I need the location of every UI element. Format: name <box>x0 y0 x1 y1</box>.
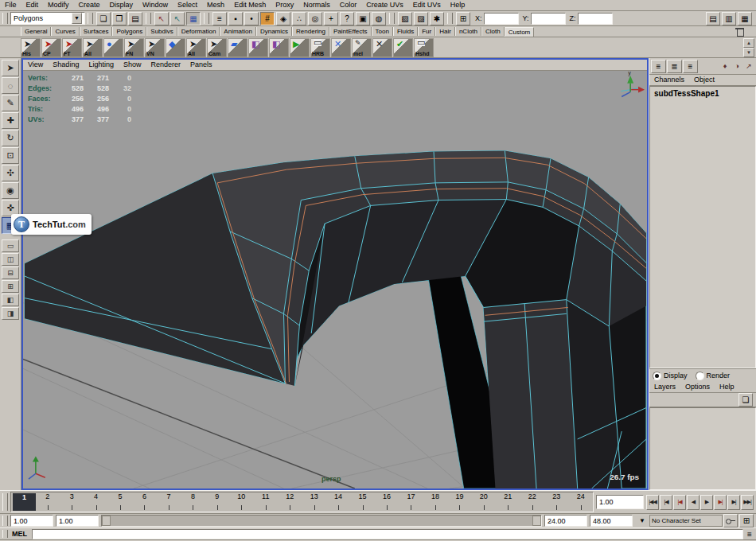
shelf-vn-icon[interactable]: ➤ VN <box>145 38 165 57</box>
frame-cell[interactable]: 3 <box>60 492 84 512</box>
frame-cell[interactable]: 16 <box>375 492 399 512</box>
shelf-tab[interactable]: Animation <box>220 27 256 36</box>
scale-tool-icon[interactable]: ⊡ <box>2 147 19 164</box>
status-grip[interactable] <box>2 13 8 24</box>
input-field-menu-icon[interactable]: ⊞ <box>456 12 470 25</box>
step-forward-frame-button[interactable]: ▶| <box>727 495 740 510</box>
move-tool-icon[interactable]: ✚ <box>2 112 19 129</box>
step-back-key-button[interactable]: |◀ <box>673 495 686 510</box>
commandline-grip[interactable] <box>2 530 8 539</box>
lasso-select-tool-icon[interactable]: ◌ <box>2 77 19 94</box>
toggle-attribute-editor-icon[interactable]: ▤ <box>706 12 720 25</box>
menu-item[interactable]: Select <box>173 0 202 10</box>
paint-select-tool-icon[interactable]: ✎ <box>2 95 19 111</box>
menu-item[interactable]: Help <box>446 0 470 10</box>
go-to-end-button[interactable]: ▶▶| <box>741 495 754 510</box>
mel-input[interactable] <box>32 529 743 539</box>
menu-item[interactable]: Modify <box>43 0 74 10</box>
menu-item[interactable]: Edit Mesh <box>229 0 271 10</box>
go-to-start-button[interactable]: |◀◀ <box>646 495 659 510</box>
highlight-selection-icon[interactable]: ◍ <box>372 12 386 25</box>
shelf-cam-icon[interactable]: ➤ Cam <box>207 38 227 57</box>
shelf-tab[interactable]: Rendering <box>292 27 329 36</box>
panel-menu-item[interactable]: Panels <box>185 60 217 70</box>
shelf-scroll-up-icon[interactable]: ▲ <box>743 38 754 48</box>
frame-cell[interactable]: 13 <box>302 492 325 512</box>
channelbox-manip-icon[interactable]: ♦ <box>719 61 731 72</box>
frame-cell[interactable]: 22 <box>520 492 544 512</box>
shelf-tab[interactable]: Dynamics <box>256 27 292 36</box>
frame-cell[interactable]: 9 <box>205 492 229 512</box>
new-layer-icon[interactable]: ❏ <box>738 393 753 407</box>
select-component-icon[interactable]: ▦ <box>186 12 201 25</box>
trash-icon[interactable] <box>735 27 745 37</box>
channelbox-speed-icon[interactable]: ◑ <box>731 61 742 72</box>
channelbox-list-icon[interactable]: ≡ <box>651 60 666 73</box>
frame-cell[interactable]: 19 <box>447 492 471 512</box>
shelf-all2-icon[interactable]: ➤ All <box>186 38 206 57</box>
shelf-scroll-down-icon[interactable]: ▼ <box>743 48 754 57</box>
status-grip[interactable] <box>447 13 453 24</box>
mask-all-icon[interactable]: ▪ <box>228 12 243 25</box>
shelf-fn-icon[interactable]: ➤ FN <box>124 38 144 57</box>
shelf-tab[interactable]: Fur <box>418 27 435 36</box>
frame-cell[interactable]: 18 <box>423 492 447 512</box>
snap-point-icon[interactable]: ∴ <box>292 12 306 25</box>
channelbox-wide-icon[interactable]: ≡ <box>683 60 698 73</box>
selected-node-name[interactable]: subdTessShape1 <box>650 87 755 98</box>
menu-item[interactable]: File <box>0 0 21 10</box>
timeslider-grip[interactable] <box>2 493 8 511</box>
shelf-polyplane-icon[interactable]: ▰ <box>228 38 247 57</box>
layer-list[interactable] <box>649 407 756 490</box>
frame-cell[interactable]: 23 <box>544 492 568 512</box>
status-grip[interactable] <box>146 13 151 24</box>
range-handle-right[interactable] <box>532 516 541 526</box>
shelf-tab[interactable]: Custom <box>505 27 535 37</box>
snap-curve-icon[interactable]: ◈ <box>276 12 290 25</box>
layout-two-side[interactable]: ◫ <box>2 253 19 266</box>
menu-item[interactable]: Mesh <box>202 0 229 10</box>
shelf-tab[interactable]: Hair <box>435 27 455 36</box>
play-forwards-button[interactable]: ▶ <box>700 495 713 510</box>
channel-box-menu-item[interactable]: Channels <box>649 75 689 85</box>
script-editor-icon[interactable]: ≡ <box>744 528 755 540</box>
frame-cell[interactable]: 24 <box>568 492 592 512</box>
frame-cell[interactable]: 6 <box>132 492 156 512</box>
current-frame-indicator[interactable]: 1 <box>13 493 36 511</box>
shelf-all-icon[interactable]: ➤ All <box>83 38 103 57</box>
shelf-hrb-icon[interactable]: ▭ HRB <box>310 38 330 57</box>
frame-cell[interactable]: 20 <box>472 492 496 512</box>
shelf-tab[interactable]: PaintEffects <box>329 27 372 36</box>
panel-menu-item[interactable]: Shading <box>48 60 84 70</box>
layer-menu-item[interactable]: Help <box>715 382 739 392</box>
frame-cell[interactable]: 2 <box>35 492 59 512</box>
panel-menu-item[interactable]: Renderer <box>146 60 185 70</box>
frame-cell[interactable]: 8 <box>181 492 205 512</box>
render-radio[interactable] <box>696 372 704 380</box>
snap-view-plane-icon[interactable]: ◎ <box>308 12 322 25</box>
shelf-x-icon[interactable]: ✕ <box>331 38 351 57</box>
menu-item[interactable]: Color <box>335 0 362 10</box>
layout-single-pane[interactable]: ▭ <box>2 239 19 252</box>
shelf-tab[interactable]: Subdivs <box>146 27 177 36</box>
display-radio[interactable] <box>653 372 661 380</box>
z-coord-input[interactable] <box>578 13 613 25</box>
layout-two-stacked[interactable]: ⊟ <box>2 267 19 279</box>
frame-cell[interactable]: 17 <box>399 492 423 512</box>
auto-key-icon[interactable] <box>723 514 738 527</box>
channelbox-grouped-icon[interactable]: ≣ <box>667 60 682 73</box>
menu-item[interactable]: Create UVs <box>361 0 408 10</box>
layout-right-split[interactable]: ◨ <box>2 307 19 320</box>
shelf-sphere-icon[interactable]: ● <box>103 38 123 57</box>
render-settings-icon[interactable]: ✱ <box>430 12 444 25</box>
shelf-cube-icon[interactable]: ◆ <box>166 38 185 57</box>
panel-menu-item[interactable]: Show <box>119 60 146 70</box>
animation-end-field[interactable]: 48.00 <box>590 515 633 527</box>
range-handle-left[interactable] <box>102 516 111 526</box>
rotate-tool-icon[interactable]: ↻ <box>2 130 19 146</box>
select-tool-icon[interactable]: ➤ <box>2 60 19 76</box>
shelf-tab[interactable]: Polygons <box>112 27 146 36</box>
shelf-check-icon[interactable]: ✔ <box>393 38 413 57</box>
frame-cell[interactable]: 14 <box>326 492 350 512</box>
status-grip[interactable] <box>389 13 395 24</box>
